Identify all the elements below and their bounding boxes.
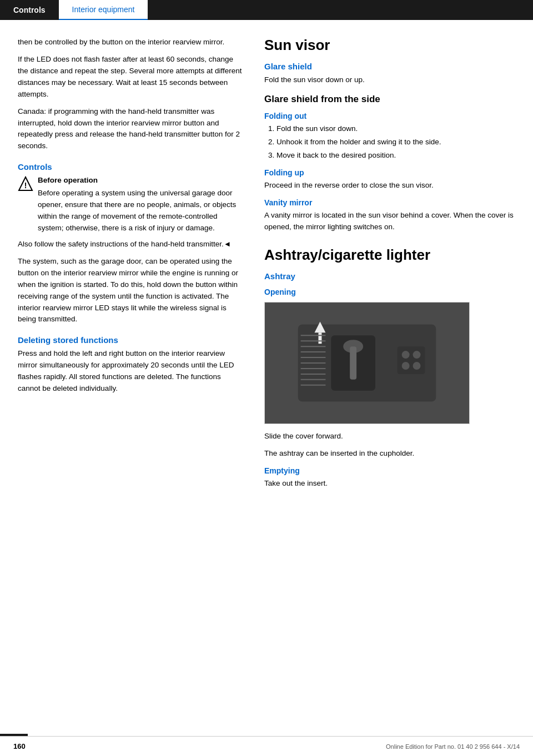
svg-point-11 [413,362,421,370]
system-p: The system, such as the garage door, can… [18,256,242,326]
glare-shield-p: Fold the sun visor down or up. [264,74,520,86]
intro-p1: then be controlled by the button on the … [18,37,242,48]
folding-step-1: Fold the sun visor down. [276,123,520,135]
ashtray-sub: Ashtray [264,271,520,281]
folding-step-2: Unhook it from the holder and swing it t… [276,137,520,148]
vanity-mirror-heading: Vanity mirror [264,198,520,207]
ashtray-heading: Ashtray/cigarette lighter [264,246,520,264]
svg-point-8 [402,351,410,359]
main-content: then be controlled by the button on the … [0,20,533,517]
emptying-p: Take out the insert. [264,478,520,490]
sun-visor-heading: Sun visor [264,37,520,54]
page-footer: 160 Online Edition for Part no. 01 40 2 … [0,736,533,756]
safety-note: Also follow the safety instructions of t… [18,239,242,250]
header-tab-interior-label: Interior equipment [72,5,135,14]
page-number: 160 [13,742,26,750]
controls-heading: Controls [18,162,242,172]
warning-block: ! Before operation Before operating a sy… [18,175,242,234]
warning-body: Before operating a system using the univ… [38,189,236,232]
deleting-p: Press and hold the left and right button… [18,348,242,395]
glare-shield-heading: Glare shield [264,62,520,71]
warning-title: Before operation [38,175,242,187]
deleting-heading: Deleting stored functions [18,335,242,345]
svg-rect-13 [318,332,321,344]
svg-rect-7 [398,346,425,374]
folding-step-3: Move it back to the desired position. [276,150,520,162]
warning-icon: ! [18,176,33,191]
header-tab-interior[interactable]: Interior equipment [59,0,148,20]
footer-info: Online Edition for Part no. 01 40 2 956 … [386,743,520,750]
svg-point-9 [413,351,421,359]
slide-p: Slide the cover forward. [264,431,520,442]
intro-p2: If the LED does not flash faster after a… [18,54,242,100]
folding-up-heading: Folding up [264,168,520,177]
insert-p: The ashtray can be inserted in the cupho… [264,448,520,460]
left-column: then be controlled by the button on the … [0,37,255,495]
page-header: Controls Interior equipment [0,0,533,20]
ashtray-image-inner [265,303,469,424]
folding-out-heading: Folding out [264,112,520,120]
folding-up-p: Proceed in the reverse order to close th… [264,180,520,191]
warning-text: Before operation Before operating a syst… [38,175,242,234]
header-tab-controls-label: Controls [13,6,46,14]
intro-p3: Canada: if programming with the hand-hel… [18,106,242,153]
right-column: Sun visor Glare shield Fold the sun viso… [255,37,533,495]
vanity-mirror-p: A vanity mirror is located in the sun vi… [264,210,520,233]
header-tab-controls[interactable]: Controls [0,0,59,20]
svg-rect-6 [350,346,356,380]
folding-out-steps: Fold the sun visor down. Unhook it from … [276,123,520,162]
svg-text:!: ! [24,181,27,190]
svg-point-10 [402,362,410,370]
opening-heading: Opening [264,288,520,296]
glare-shield-side-heading: Glare shield from the side [264,94,520,105]
emptying-heading: Emptying [264,466,520,475]
ashtray-image [264,302,470,424]
